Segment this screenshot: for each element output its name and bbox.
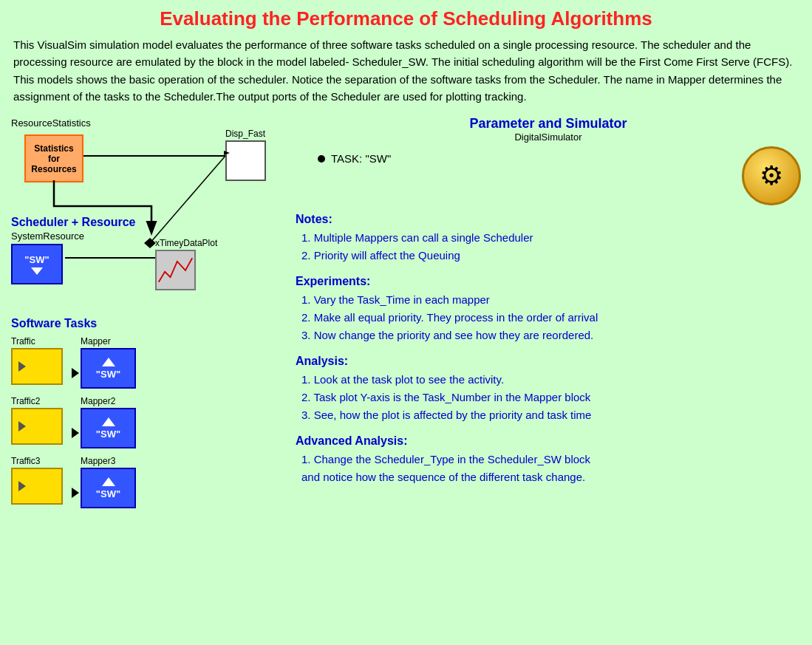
mapper3-box: "SW" bbox=[81, 468, 136, 508]
task-col-traffic2: Traffic2 bbox=[11, 396, 63, 445]
analysis-item-3: 3. See, how the plot is affected by the … bbox=[301, 406, 801, 424]
traffic1-box bbox=[11, 348, 63, 385]
traffic2-label: Traffic2 bbox=[11, 396, 40, 406]
sysres-label: SystemResource bbox=[11, 231, 136, 242]
software-tasks-heading: Software Tasks bbox=[11, 317, 288, 330]
mapper2-arrow bbox=[102, 417, 115, 426]
experiment-item-2: 2. Make all equal priority. They process… bbox=[301, 309, 801, 327]
connector-arrow-2 bbox=[72, 428, 79, 438]
mapper1-sw: "SW" bbox=[96, 369, 120, 380]
scheduler-label: Scheduler + Resource bbox=[11, 216, 136, 229]
connector-arrow-3 bbox=[72, 488, 79, 498]
traffic3-label: Traffic3 bbox=[11, 456, 40, 466]
disp-box bbox=[225, 140, 266, 181]
plot-svg bbox=[157, 251, 194, 289]
param-title: Parameter and Simulator bbox=[296, 116, 801, 132]
svg-rect-0 bbox=[157, 251, 194, 289]
experiment-item-3: 3. Now change the priority and see how t… bbox=[301, 327, 801, 344]
analysis-item-2: 2. Task plot Y-axis is the Task_Number i… bbox=[301, 389, 801, 406]
mapper1-label: Mapper bbox=[81, 336, 111, 347]
traffic1-label: Traffic bbox=[11, 336, 35, 347]
mapper2-sw: "SW" bbox=[96, 429, 120, 440]
task-col-mapper1: Mapper "SW" bbox=[81, 336, 136, 389]
experiments-title: Experiments: bbox=[296, 275, 801, 288]
right-panel: Parameter and Simulator DigitalSimulator… bbox=[288, 112, 812, 516]
traffic3-arrow bbox=[18, 481, 26, 491]
sw-text: "SW" bbox=[24, 254, 49, 265]
notes-title: Notes: bbox=[296, 213, 801, 226]
stats-box-label: Statistics for Resources bbox=[31, 143, 76, 174]
gear-circle-area: ⚙ bbox=[742, 146, 801, 205]
task-col-mapper2: Mapper2 "SW" bbox=[81, 396, 136, 448]
task-row-2: Traffic2 Mapper2 "SW" bbox=[11, 396, 288, 448]
page-title: Evaluating the Performance of Scheduling… bbox=[0, 0, 812, 36]
digital-sim-label: DigitalSimulator bbox=[296, 132, 801, 143]
note-item-1: 1. Multiple Mappers can call a single Sc… bbox=[301, 229, 801, 247]
stats-box: Statistics for Resources bbox=[24, 132, 83, 182]
gear-circle: ⚙ bbox=[742, 146, 801, 205]
analysis-item-1: 1. Look at the task plot to see the acti… bbox=[301, 371, 801, 389]
software-tasks-section: Software Tasks Traffic Mapper "SW" bbox=[11, 317, 288, 508]
plot-label-area: xTimeyDataPlot bbox=[155, 238, 217, 290]
advanced-item-1: 1. Change the Scheduler_Type in the Sche… bbox=[301, 451, 801, 468]
mapper1-box: "SW" bbox=[81, 348, 136, 389]
notes-section: Notes: 1. Multiple Mappers can call a si… bbox=[296, 213, 801, 265]
task-row-1: Traffic Mapper "SW" bbox=[11, 336, 288, 389]
task-row-3: Traffic3 Mapper3 "SW" bbox=[11, 456, 288, 508]
advanced-section: Advanced Analysis: 1. Change the Schedul… bbox=[296, 434, 801, 486]
mapper2-label: Mapper2 bbox=[81, 396, 115, 406]
traffic3-box bbox=[11, 468, 63, 505]
plot-box bbox=[155, 250, 196, 290]
task-col-traffic1: Traffic bbox=[11, 336, 63, 385]
disp-label: Disp_Fast bbox=[225, 129, 266, 181]
main-layout: ResourceStatistics Statistics for Resour… bbox=[0, 112, 812, 516]
gear-icon: ⚙ bbox=[760, 160, 783, 191]
task-col-traffic3: Traffic3 bbox=[11, 456, 63, 505]
sw-box: "SW" bbox=[11, 244, 63, 284]
mapper3-label: Mapper3 bbox=[81, 456, 115, 466]
mapper3-sw: "SW" bbox=[96, 488, 120, 499]
advanced-item-2: and notice how the sequence of the diffe… bbox=[301, 468, 801, 486]
mapper3-arrow bbox=[102, 477, 115, 486]
svg-marker-1 bbox=[144, 238, 156, 248]
resource-stats-label: ResourceStatistics bbox=[11, 117, 288, 129]
sw-arrow bbox=[31, 267, 43, 275]
task-sw-line: TASK: "SW" bbox=[318, 152, 742, 165]
task-sw-text: TASK: "SW" bbox=[331, 152, 391, 165]
resource-stats-area: ResourceStatistics Statistics for Resour… bbox=[11, 117, 288, 313]
left-panel: ResourceStatistics Statistics for Resour… bbox=[0, 112, 288, 516]
traffic1-arrow bbox=[18, 361, 26, 372]
task-dot bbox=[318, 155, 325, 163]
note-item-2: 2. Priority will affect the Queuing bbox=[301, 247, 801, 265]
analysis-section: Analysis: 1. Look at the task plot to se… bbox=[296, 355, 801, 424]
experiments-section: Experiments: 1. Vary the Task_Time in ea… bbox=[296, 275, 801, 344]
traffic2-arrow bbox=[18, 421, 26, 431]
task-col-mapper3: Mapper3 "SW" bbox=[81, 456, 136, 508]
mapper2-box: "SW" bbox=[81, 408, 136, 448]
advanced-title: Advanced Analysis: bbox=[296, 434, 801, 448]
connector-arrow-1 bbox=[72, 368, 79, 378]
scheduler-label-area: Scheduler + Resource SystemResource "SW" bbox=[11, 216, 136, 284]
mapper1-arrow bbox=[102, 358, 115, 366]
intro-text: This VisualSim simulation model evaluate… bbox=[0, 36, 812, 112]
traffic2-box bbox=[11, 408, 63, 445]
analysis-title: Analysis: bbox=[296, 355, 801, 368]
experiment-item-1: 1. Vary the Task_Time in each mapper bbox=[301, 291, 801, 309]
